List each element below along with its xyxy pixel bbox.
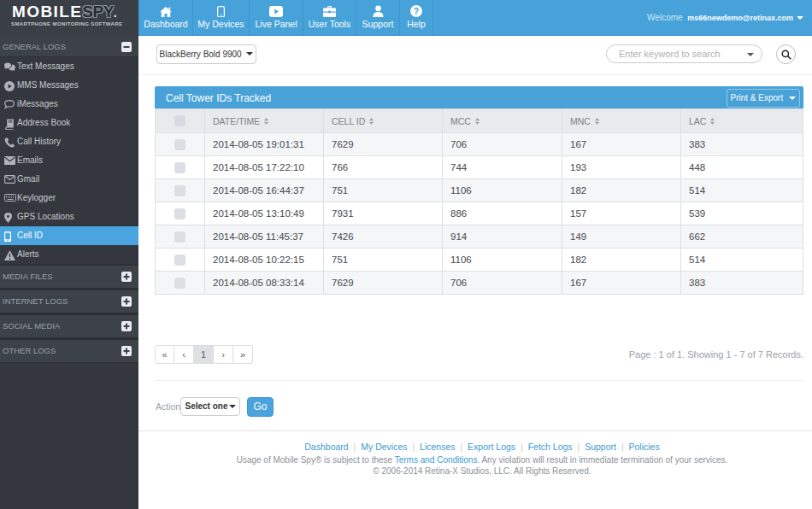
- svg-text:?: ?: [414, 7, 419, 16]
